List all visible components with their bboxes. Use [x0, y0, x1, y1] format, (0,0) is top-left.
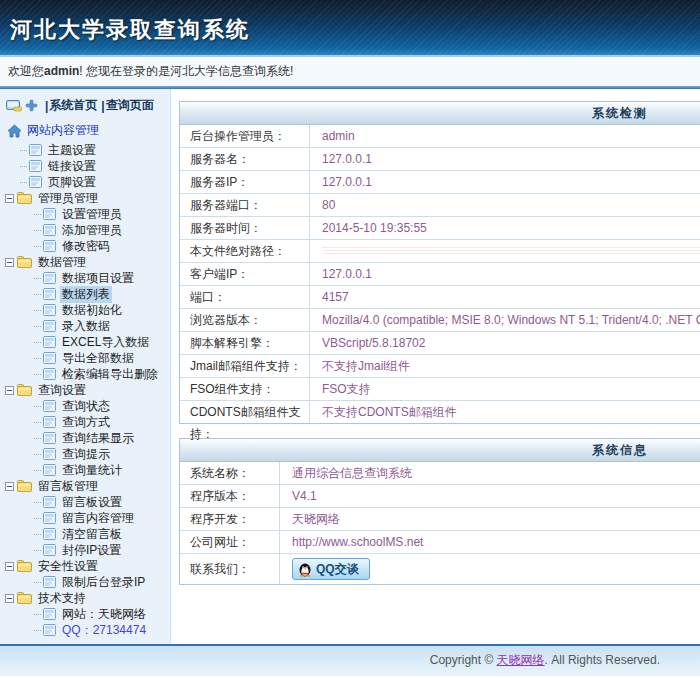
row-label: 浏览器版本：: [180, 309, 310, 331]
collapse-icon[interactable]: [5, 258, 14, 267]
sidebar-folder[interactable]: 数据管理: [0, 254, 170, 270]
toolbar-separator: |: [101, 99, 104, 113]
faint-path-text: [322, 247, 700, 255]
sidebar-folder[interactable]: 留言板管理: [0, 478, 170, 494]
folder-icon: [17, 480, 32, 492]
sidebar-tree: 主题设置链接设置页脚设置管理员管理设置管理员添加管理员修改密码数据管理数据项目设…: [0, 142, 170, 638]
row-value: 不支持CDONTS邮箱组件: [310, 401, 700, 423]
page-icon: [43, 304, 56, 316]
sidebar-item[interactable]: 修改密码: [0, 238, 170, 254]
row-value: admin: [310, 125, 700, 147]
collapse-icon[interactable]: [5, 562, 14, 571]
sidebar-item[interactable]: 页脚设置: [0, 174, 170, 190]
sidebar-item[interactable]: 链接设置: [0, 158, 170, 174]
page-title: 河北大学录取查询系统: [0, 0, 700, 45]
sidebar-item[interactable]: 查询量统计: [0, 462, 170, 478]
page-icon: [43, 400, 56, 412]
page-icon: [43, 272, 56, 284]
table-row: 公司网址：http://www.schoolMS.net: [180, 531, 700, 554]
sidebar-item[interactable]: 查询方式: [0, 414, 170, 430]
sidebar-item-label: 留言内容管理: [60, 510, 136, 527]
folder-icon: [17, 592, 32, 604]
sidebar-item[interactable]: EXCEL导入数据: [0, 334, 170, 350]
sidebar-item[interactable]: 留言内容管理: [0, 510, 170, 526]
sidebar-item[interactable]: 查询结果显示: [0, 430, 170, 446]
sidebar-item[interactable]: 主题设置: [0, 142, 170, 158]
sidebar-item-label: 留言板管理: [36, 478, 100, 495]
sidebar-item[interactable]: 封停IP设置: [0, 542, 170, 558]
sidebar-item-label: 安全性设置: [36, 558, 100, 575]
sidebar-folder[interactable]: 管理员管理: [0, 190, 170, 206]
table-row: 服务器名：127.0.0.1: [180, 148, 700, 171]
sidebar-item[interactable]: 查询提示: [0, 446, 170, 462]
row-label: Jmail邮箱组件支持：: [180, 355, 310, 377]
tree-guide: [34, 374, 41, 375]
sidebar-item-label: 查询方式: [60, 414, 112, 431]
sidebar-item-label: 网站：天晓网络: [60, 606, 148, 623]
qq-chat-button[interactable]: QQ交谈: [292, 558, 370, 580]
sidebar-folder[interactable]: 查询设置: [0, 382, 170, 398]
tables-container: 系统检测后台操作管理员：admin服务器名：127.0.0.1服务器IP：127…: [179, 101, 700, 585]
sidebar-folder[interactable]: 安全性设置: [0, 558, 170, 574]
sidebar-item[interactable]: 清空留言板: [0, 526, 170, 542]
row-value: 127.0.0.1: [310, 171, 700, 193]
row-label: 本文件绝对路径：: [180, 240, 310, 262]
row-label: 端口：: [180, 286, 310, 308]
page-icon: [43, 416, 56, 428]
sidebar-item[interactable]: 限制后台登录IP: [0, 574, 170, 590]
collapse-icon[interactable]: [5, 482, 14, 491]
sidebar-item-label: 管理员管理: [36, 190, 100, 207]
company-url-link[interactable]: http://www.schoolMS.net: [292, 535, 423, 549]
computer-icon[interactable]: [6, 99, 22, 112]
tree-guide: [34, 358, 41, 359]
table-row: 程序版本：V4.1: [180, 485, 700, 508]
tree-guide: [34, 310, 41, 311]
sidebar-item-label: 修改密码: [60, 238, 112, 255]
table-row: 系统名称：通用综合信息查询系统: [180, 462, 700, 485]
sidebar-item[interactable]: 查询状态: [0, 398, 170, 414]
page-icon: [43, 496, 56, 508]
footer-company-link[interactable]: 天晓网络: [497, 653, 545, 667]
tree-guide: [34, 614, 41, 615]
nav-link-query-page[interactable]: 查询页面: [106, 97, 154, 114]
collapse-icon[interactable]: [5, 594, 14, 603]
nav-link-home[interactable]: 系统首页: [49, 97, 97, 114]
sidebar-item[interactable]: 设置管理员: [0, 206, 170, 222]
welcome-bar: 欢迎您admin! 您现在登录的是河北大学信息查询系统!: [0, 57, 700, 86]
sidebar-item[interactable]: 添加管理员: [0, 222, 170, 238]
sidebar-item[interactable]: 数据列表: [0, 286, 170, 302]
page-icon: [43, 528, 56, 540]
sidebar-item-label: 链接设置: [46, 158, 98, 175]
row-label: 客户端IP：: [180, 263, 310, 285]
sidebar-folder[interactable]: 技术支持: [0, 590, 170, 606]
main-area: |系统首页 |查询页面 网站内容管理 主题设置链接设置页脚设置管理员管理设置管理…: [0, 89, 700, 644]
username: admin: [44, 64, 79, 78]
sidebar-item[interactable]: 导出全部数据: [0, 350, 170, 366]
sidebar-item-label: EXCEL导入数据: [60, 334, 151, 351]
page-icon: [29, 160, 42, 172]
plus-icon[interactable]: [25, 99, 38, 112]
sidebar-item[interactable]: 数据项目设置: [0, 270, 170, 286]
sidebar-item[interactable]: 录入数据: [0, 318, 170, 334]
sidebar-item-label: 页脚设置: [46, 174, 98, 191]
row-label: 系统名称：: [180, 462, 280, 484]
sidebar-item[interactable]: QQ：27134474: [0, 622, 170, 638]
row-value: 不支持Jmail组件: [310, 355, 700, 377]
table-row: 服务器IP：127.0.0.1: [180, 171, 700, 194]
sidebar-item[interactable]: 网站：天晓网络: [0, 606, 170, 622]
collapse-icon[interactable]: [5, 386, 14, 395]
tree-guide: [34, 294, 41, 295]
sidebar-item-root[interactable]: 网站内容管理: [0, 119, 170, 142]
tree-guide: [34, 534, 41, 535]
sidebar-item-label: 查询设置: [36, 382, 88, 399]
folder-icon: [17, 192, 32, 204]
collapse-icon[interactable]: [5, 194, 14, 203]
sidebar-item[interactable]: 留言板设置: [0, 494, 170, 510]
sidebar-item[interactable]: 数据初始化: [0, 302, 170, 318]
sidebar-item-label: 限制后台登录IP: [60, 574, 147, 591]
tree-guide: [34, 246, 41, 247]
sidebar-item[interactable]: 检索编辑导出删除: [0, 366, 170, 382]
tree-guide: [34, 582, 41, 583]
copyright-suffix: . All Rights Reserved.: [545, 653, 660, 667]
tree-guide: [34, 214, 41, 215]
